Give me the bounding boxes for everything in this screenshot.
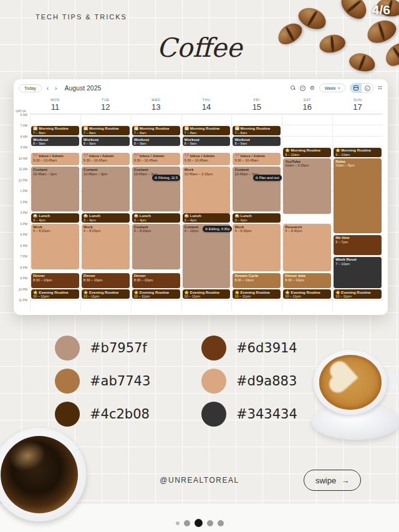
carousel-dot[interactable] — [218, 520, 224, 526]
swipe-label: swipe — [315, 476, 336, 485]
calendar-event[interactable]: Workout8 – 9am — [82, 137, 130, 146]
calendar-event[interactable]: Dinner date8:30 – 10pm — [283, 273, 331, 288]
hour-label: 1 PM — [20, 189, 27, 193]
day-header[interactable]: WED13 — [131, 97, 181, 114]
calendar-event[interactable]: ✂️ Inbox / Admin9:30 – 10:45am — [31, 153, 79, 165]
event-title: 🌅 Morning Routine — [185, 127, 229, 131]
task-chip[interactable]: ⊘ Editing, 4:30p — [203, 226, 233, 232]
calendar-event[interactable]: 🍛 Lunch3 – 4pm — [82, 213, 130, 223]
today-button[interactable]: Today — [19, 84, 42, 92]
day-header[interactable]: TUE12 — [80, 97, 131, 114]
event-title: 🍛 Lunch — [84, 214, 128, 218]
calendar-event[interactable]: Relax10am – 5pm — [334, 158, 382, 233]
swipe-button[interactable]: swipe → — [304, 470, 361, 491]
calendar-event[interactable]: Research4 – 8:30pm — [283, 224, 331, 271]
calendar-event[interactable]: ⭐ Evening Routine10 – 11pm — [183, 289, 231, 299]
swatch-circle — [201, 369, 226, 394]
settings-gear-icon[interactable]: ⚙ — [310, 85, 315, 91]
hour-label: 10 PM — [19, 288, 27, 291]
calendar-event[interactable]: Workout8 – 9am — [31, 137, 79, 146]
day-header[interactable]: THU14 — [181, 97, 232, 114]
calendar-event[interactable]: ⭐ Morning Routine9 – 10am — [334, 148, 382, 157]
task-chip[interactable]: ⊘ Plan and revi — [253, 175, 282, 181]
calendar-event[interactable]: YouTube10am – 3:15pm — [283, 158, 331, 214]
carousel-dot[interactable] — [195, 519, 203, 527]
calendar-event[interactable]: Dinner8:30 – 10pm — [82, 273, 130, 288]
event-title: ✂️ Inbox / Admin — [185, 154, 229, 158]
calendar-event[interactable]: ⭐ Evening Routine10 – 11pm — [334, 289, 382, 299]
calendar-event[interactable]: 🍛 Lunch3 – 4pm — [233, 213, 281, 223]
carousel-dot[interactable] — [176, 521, 180, 525]
calendar-event[interactable]: ✂️ Inbox / Admin9:30 – 10:45am — [233, 153, 281, 165]
calendar-event[interactable]: Work4 – 8:30pm — [233, 224, 281, 271]
day-header[interactable]: FRI15 — [231, 97, 282, 114]
calendar-event[interactable]: ⭐ Evening Routine10 – 11pm — [82, 289, 130, 299]
task-chip[interactable]: ⊘ Filming, 11:5 — [152, 175, 180, 181]
day-of-week-label: SAT — [282, 98, 332, 102]
calendar-event[interactable]: Content4 – 8:20pm — [132, 224, 180, 269]
calendar-event[interactable]: Workout8 – 9am — [183, 137, 231, 146]
event-time: 8:30 – 10pm — [285, 278, 329, 282]
calendar-view-toggle[interactable] — [350, 84, 362, 92]
search-icon[interactable] — [291, 85, 296, 90]
carousel-dot[interactable] — [207, 520, 213, 526]
calendar-event[interactable]: ⭐ Evening Routine10 – 11pm — [283, 289, 331, 299]
calendar-event[interactable]: Week Reset7 – 10pm — [334, 257, 382, 288]
calendar-event[interactable]: Work4 – 8:20pm — [82, 224, 130, 269]
calendar-event[interactable]: Work10:45am – 3:15pm — [183, 167, 231, 214]
arrow-right-icon: → — [341, 476, 349, 485]
calendar-event[interactable]: ⭐ Evening Routine10 – 11pm — [132, 289, 180, 299]
calendar-event[interactable]: ⭐ Evening Routine10 – 11pm — [233, 289, 281, 299]
calendar-event[interactable]: Dinner8:30 – 10pm — [31, 273, 79, 288]
calendar-event[interactable]: 🍛 Lunch3 – 4pm — [31, 213, 79, 223]
calendar-event[interactable]: 🍛 Lunch3 – 4pm — [183, 213, 231, 223]
calendar-event[interactable]: 🌅 Morning Routine7 – 8am — [183, 126, 231, 135]
event-title: 🌅 Morning Routine — [234, 127, 279, 131]
day-header[interactable]: MON11 — [30, 97, 80, 114]
calendar-event[interactable]: Content10:45am – 3pm — [132, 167, 180, 211]
calendar-event[interactable]: Me time5 – 7pm — [334, 235, 382, 256]
hour-label: 9 AM — [21, 145, 27, 149]
carousel-dot[interactable] — [184, 520, 190, 526]
prev-week-button[interactable]: ‹ — [46, 85, 50, 92]
event-time: 5 – 7pm — [335, 240, 380, 244]
next-week-button[interactable]: › — [54, 85, 58, 92]
event-title: ✂️ Inbox / Admin — [234, 154, 279, 158]
event-time: 7 – 8am — [84, 131, 128, 135]
calendar-event[interactable]: Content10:45am – 3pm — [82, 167, 130, 211]
hour-label: 4 PM — [20, 222, 27, 226]
hour-label: 7 AM — [21, 123, 27, 127]
calendar-event[interactable]: Content10:45am – 3pm — [233, 167, 281, 211]
swatch-circle — [55, 336, 80, 360]
calendar-event[interactable]: ✂️ Inbox / Admin9:30 – 10:45am — [82, 153, 130, 165]
calendar-event[interactable]: 🌅 Morning Routine7 – 8am — [31, 126, 79, 135]
calendar-event[interactable]: 🍛 Lunch3 – 4pm — [132, 213, 180, 223]
calendar-event[interactable]: Workout8 – 9am — [132, 137, 180, 146]
view-selector-dropdown[interactable]: Week ▾ — [319, 84, 345, 92]
help-icon[interactable]: ? — [300, 85, 305, 91]
day-number: 17 — [332, 102, 383, 112]
calendar-event[interactable]: 🌅 Morning Routine7 – 8am — [82, 126, 130, 135]
tasks-view-toggle[interactable]: ✓ — [362, 84, 373, 92]
calendar-event[interactable]: 🌅 Morning Routine7 – 8am — [233, 126, 281, 135]
apps-grid-icon[interactable] — [378, 85, 383, 90]
calendar-event[interactable]: ⭐ Morning Routine9 – 10am — [283, 148, 331, 157]
calendar-event[interactable]: ✂️ Inbox / Admin9:30 – 10:45am — [183, 153, 231, 165]
calendar-event[interactable]: Workout8 – 9am — [233, 137, 281, 146]
chevron-down-icon: ▾ — [338, 86, 340, 90]
day-header[interactable]: SAT16 — [282, 97, 332, 114]
hour-label: 2 PM — [20, 200, 27, 204]
calendar-event[interactable]: Stream Cycle8:30 – 10pm — [233, 273, 281, 288]
calendar-event[interactable]: 🌅 Morning Routine7 – 8am — [132, 126, 180, 135]
calendar-event[interactable]: Dinner8:30 – 10pm — [132, 273, 180, 288]
event-title: Dinner date — [285, 274, 329, 278]
palette-swatch: #ab7743 — [55, 369, 150, 394]
calendar-event[interactable]: Content10:45am – 3pm — [31, 167, 79, 211]
calendar-event[interactable]: ✂️ Inbox / Admin9:30 – 10:45am — [132, 153, 180, 165]
calendar-event[interactable]: Content4 – 10pm — [183, 224, 231, 288]
calendar-event[interactable]: Work4 – 8:20pm — [31, 224, 79, 269]
event-time: 8:30 – 10pm — [234, 278, 279, 282]
calendar-event[interactable]: ⭐ Evening Routine10 – 11pm — [31, 289, 79, 299]
day-header[interactable]: SUN17 — [332, 97, 383, 114]
event-time: 9:30 – 10:45am — [33, 158, 77, 162]
